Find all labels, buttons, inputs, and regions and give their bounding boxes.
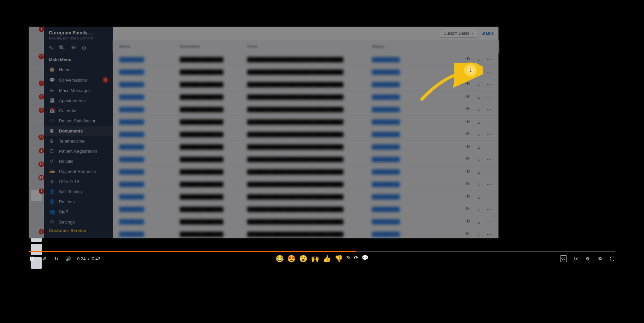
more-icon[interactable]: ⋯ bbox=[486, 218, 492, 225]
table-row[interactable]: ████████████████████████████████████████… bbox=[113, 65, 498, 78]
view-icon[interactable]: 👁 bbox=[465, 119, 471, 125]
download-icon[interactable]: ⤓ bbox=[476, 81, 482, 87]
more-icon[interactable]: ⋯ bbox=[486, 81, 492, 87]
sidebar-item-covid-19[interactable]: ⚙COVID-19 bbox=[44, 176, 113, 186]
download-icon[interactable]: ⤓ bbox=[476, 106, 482, 112]
more-icon[interactable]: ⋯ bbox=[486, 119, 492, 125]
sidebar-item-patient-satisfaction[interactable]: ♡Patient Satisfaction bbox=[44, 116, 113, 126]
workspace-rail-item[interactable]: 11 bbox=[31, 163, 42, 174]
sidebar-item-staff[interactable]: 👥Staff bbox=[44, 207, 113, 217]
more-icon[interactable]: ⋯ bbox=[486, 69, 492, 75]
view-icon[interactable]: 👁 bbox=[465, 218, 471, 225]
reaction-emoji[interactable]: 🙌 bbox=[311, 255, 319, 263]
table-row[interactable]: ████████████████████████████████████████… bbox=[113, 203, 498, 215]
workspace-rail-item[interactable] bbox=[31, 203, 42, 215]
more-icon[interactable]: ⋯ bbox=[486, 156, 492, 162]
reaction-emoji[interactable]: 😂 bbox=[276, 255, 284, 263]
rewind-button[interactable]: ↺ bbox=[41, 255, 47, 262]
view-icon[interactable]: 👁 bbox=[465, 231, 471, 237]
comment-icon[interactable]: 💬 bbox=[362, 255, 368, 263]
more-icon[interactable]: ⋯ bbox=[486, 169, 492, 175]
workspace-rail-item[interactable]: 9 bbox=[31, 82, 42, 93]
download-icon[interactable]: ⤓ bbox=[476, 169, 482, 175]
compose-icon[interactable]: ✎ bbox=[49, 45, 53, 51]
table-row[interactable]: ████████████████████████████████████████… bbox=[113, 90, 498, 103]
download-icon[interactable]: ⤓ bbox=[476, 94, 482, 100]
fullscreen-button[interactable]: ⛶ bbox=[609, 255, 615, 262]
view-icon[interactable]: 👁 bbox=[465, 106, 471, 112]
reaction-emoji[interactable]: 👎 bbox=[334, 255, 343, 263]
workspace-rail-item[interactable]: 97 bbox=[31, 55, 42, 66]
view-icon[interactable]: 👁 bbox=[465, 144, 471, 150]
workspace-rail-item[interactable]: 23 bbox=[31, 176, 42, 188]
view-icon[interactable]: 👁 bbox=[465, 156, 471, 162]
download-icon[interactable]: ⤓ bbox=[476, 156, 482, 162]
view-icon[interactable]: 👁 bbox=[465, 206, 471, 212]
more-icon[interactable]: ⋯ bbox=[486, 194, 492, 200]
sidebar-item-telemedicine[interactable]: 🖥Telemedicine bbox=[44, 136, 113, 146]
view-icon[interactable]: 👁 bbox=[465, 169, 471, 175]
download-icon[interactable]: ⤓ bbox=[476, 119, 482, 125]
table-row[interactable]: ████████████████████████████████████████… bbox=[113, 140, 498, 153]
download-icon[interactable]: ⤓ bbox=[476, 194, 482, 200]
reaction-emoji[interactable]: 👍 bbox=[323, 255, 331, 263]
workspace-rail-item[interactable]: 7 bbox=[31, 109, 42, 120]
table-row[interactable]: ████████████████████████████████████████… bbox=[113, 115, 498, 128]
sidebar-item-self-testing[interactable]: 👤Self-Testing bbox=[44, 186, 113, 197]
workspace-rail-item[interactable]: 2 bbox=[31, 149, 42, 161]
sidebar-item-conversations[interactable]: 💬Conversations1 bbox=[44, 75, 113, 85]
workspace-rail-item[interactable] bbox=[31, 41, 42, 53]
sidebar-item-patients[interactable]: 👤Patients bbox=[44, 197, 113, 207]
table-row[interactable]: ████████████████████████████████████████… bbox=[113, 190, 498, 203]
sidebar-item-documents[interactable]: 🗎Documents bbox=[44, 126, 113, 136]
workspace-rail-item[interactable]: 21 bbox=[31, 136, 42, 147]
table-row[interactable]: ████████████████████████████████████████… bbox=[113, 128, 498, 140]
sidebar-item-recalls[interactable]: ↺Recalls bbox=[44, 156, 113, 166]
more-icon[interactable]: ⋯ bbox=[486, 94, 492, 100]
more-icon[interactable]: ⋯ bbox=[486, 231, 492, 237]
sidebar-item-payment-requests[interactable]: 💳Payment Requests bbox=[44, 166, 113, 176]
more-icon[interactable]: ⋯ bbox=[486, 106, 492, 112]
workspace-rail-item[interactable] bbox=[31, 217, 42, 228]
view-icon[interactable]: 👁 bbox=[465, 194, 471, 200]
workspace-rail-item[interactable]: 4 bbox=[31, 95, 42, 107]
sidebar-item-home[interactable]: 🏠Home bbox=[44, 64, 113, 75]
download-icon[interactable]: ⤓ bbox=[476, 206, 482, 212]
status-filter[interactable]: Status bbox=[481, 31, 494, 36]
table-row[interactable]: ████████████████████████████████████████… bbox=[113, 215, 498, 228]
more-icon[interactable]: ⋯ bbox=[486, 206, 492, 212]
download-icon[interactable]: ⤓ bbox=[476, 56, 482, 62]
workspace-rail-item[interactable] bbox=[31, 122, 42, 134]
table-row[interactable]: ████████████████████████████████████████… bbox=[113, 153, 498, 165]
customer-service-link[interactable]: Customer Service bbox=[44, 225, 113, 236]
workspace-rail-item[interactable]: 1 bbox=[31, 28, 42, 39]
table-row[interactable]: ████████████████████████████████████████… bbox=[113, 78, 498, 90]
table-row[interactable]: ████████████████████████████████████████… bbox=[113, 178, 498, 190]
more-icon[interactable]: ⋯ bbox=[486, 131, 492, 137]
table-row[interactable]: ████████████████████████████████████████… bbox=[113, 165, 498, 178]
table-row[interactable]: ████████████████████████████████████████… bbox=[113, 103, 498, 115]
pause-button[interactable] bbox=[29, 255, 35, 262]
table-row[interactable]: ████████████████████████████████████████… bbox=[113, 53, 498, 65]
edit-icon[interactable]: ✎ bbox=[346, 255, 351, 263]
sidebar-item-mass-messages[interactable]: ✣Mass Messages bbox=[44, 85, 113, 95]
workspace-rail-item[interactable]: 1 bbox=[31, 190, 42, 201]
more-icon[interactable]: ⋯ bbox=[486, 56, 492, 62]
view-icon[interactable]: 👁 bbox=[71, 45, 76, 51]
captions-button[interactable]: CC bbox=[560, 255, 567, 262]
pip-button[interactable]: ⧉ bbox=[597, 255, 603, 262]
view-icon[interactable]: 👁 bbox=[465, 131, 471, 137]
custom-dates-dropdown[interactable]: Custom Dates ▾ bbox=[440, 29, 477, 38]
more-icon[interactable]: ⋯ bbox=[486, 144, 492, 150]
volume-button[interactable]: 🔊 bbox=[65, 255, 72, 262]
table-row[interactable]: ████████████████████████████████████████… bbox=[113, 228, 498, 240]
reaction-emoji[interactable]: 😍 bbox=[287, 255, 296, 263]
view-icon[interactable]: 👁 bbox=[465, 56, 471, 62]
view-icon[interactable]: 👁 bbox=[465, 94, 471, 100]
download-icon[interactable]: ⤓ bbox=[476, 231, 482, 237]
speed-button[interactable]: 1x bbox=[572, 255, 579, 262]
filter-icon[interactable]: ⚙ bbox=[82, 45, 86, 51]
download-icon[interactable]: ⤓ bbox=[476, 144, 482, 150]
download-icon[interactable]: ⤓ bbox=[476, 181, 482, 187]
sidebar-item-appointments[interactable]: 📇Appointments bbox=[44, 95, 113, 106]
